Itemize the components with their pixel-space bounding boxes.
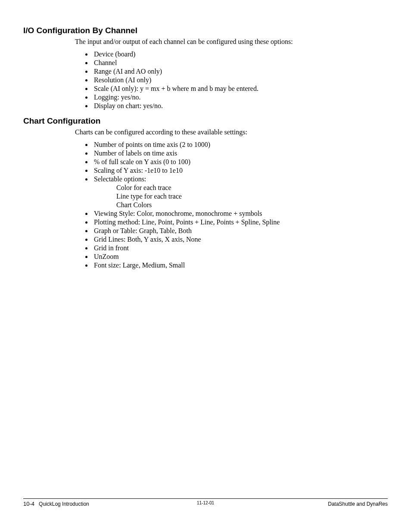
list-item: Number of labels on time axis	[92, 149, 388, 158]
footer-left-text: QuickLog Introduction	[39, 501, 89, 507]
heading-chart-config: Chart Configuration	[23, 116, 388, 126]
list-item: Font size: Large, Medium, Small	[92, 261, 388, 270]
list-item: Graph or Table: Graph, Table, Both	[92, 227, 388, 235]
list-item: Display on chart: yes/no.	[92, 102, 388, 110]
list-item: UnZoom	[92, 252, 388, 261]
footer-left: 10-4 QuickLog Introduction	[23, 501, 89, 507]
footer-right: DataShuttle and DynaRes	[328, 501, 388, 507]
list-item: Channel	[92, 59, 388, 67]
sub-list-item: Color for each trace	[116, 184, 388, 192]
list-item: % of full scale on Y axis (0 to 100)	[92, 158, 388, 166]
list-item: Grid Lines: Both, Y axis, X axis, None	[92, 235, 388, 244]
sub-list-item: Chart Colors	[116, 201, 388, 209]
list-item-label: Selectable options:	[94, 175, 146, 183]
list-item: Logging: yes/no.	[92, 93, 388, 102]
list-item: Number of points on time axis (2 to 1000…	[92, 140, 388, 149]
list-item: Plotting method: Line, Point, Points + L…	[92, 218, 388, 227]
sub-list: Color for each trace Line type for each …	[116, 184, 388, 209]
list-io-config: Device (board) Channel Range (AI and AO …	[75, 50, 388, 110]
page-body: I/O Configuration By Channel The input a…	[0, 0, 411, 270]
list-item: Selectable options: Color for each trace…	[92, 175, 388, 209]
list-item: Grid in front	[92, 244, 388, 252]
list-item: Scale (AI only): y = mx + b where m and …	[92, 84, 388, 93]
sub-list-item: Line type for each trace	[116, 192, 388, 201]
list-item: Device (board)	[92, 50, 388, 59]
intro-io-config: The input and/or output of each channel …	[75, 38, 388, 46]
list-chart-config: Number of points on time axis (2 to 1000…	[75, 140, 388, 270]
page-footer: 10-4 QuickLog Introduction 11-12-01 Data…	[23, 498, 388, 507]
intro-chart-config: Charts can be configured according to th…	[75, 128, 388, 136]
list-item: Viewing Style: Color, monochrome, monoch…	[92, 209, 388, 218]
list-item: Resolution (AI only)	[92, 76, 388, 84]
list-item: Scaling of Y axis: -1e10 to 1e10	[92, 166, 388, 175]
heading-io-config: I/O Configuration By Channel	[23, 26, 388, 35]
footer-page-number: 10-4	[23, 501, 34, 507]
list-item: Range (AI and AO only)	[92, 67, 388, 76]
footer-center: 11-12-01	[197, 501, 214, 505]
